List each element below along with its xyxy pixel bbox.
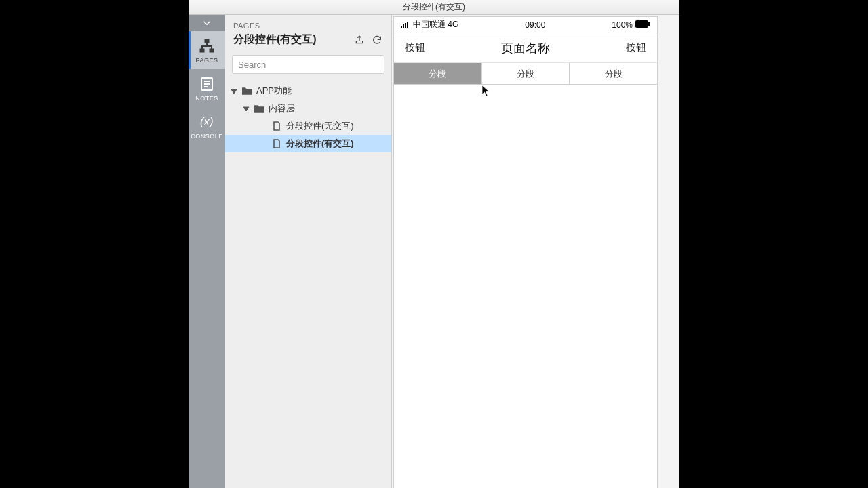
caret-icon <box>243 104 251 113</box>
rail-collapse-toggle[interactable] <box>189 15 225 31</box>
tree-label: 内容层 <box>269 102 295 115</box>
folder-icon <box>254 103 264 114</box>
search-wrap <box>225 51 391 79</box>
svg-rect-14 <box>635 20 648 28</box>
tree-page-interact[interactable]: 分段控件(有交互) <box>225 135 391 152</box>
tree-label: 分段控件(无交互) <box>286 120 354 132</box>
nav-right-button[interactable]: 按钮 <box>626 41 646 54</box>
rail-item-label: PAGES <box>196 57 218 64</box>
svg-rect-12 <box>405 23 406 28</box>
nav-title: 页面名称 <box>501 40 550 56</box>
signal-icon <box>401 20 410 30</box>
chevron-down-icon <box>201 17 213 29</box>
tree-label: 分段控件(有交互) <box>286 138 354 150</box>
nav-bar: 按钮 页面名称 按钮 <box>394 33 657 63</box>
device-frame: 中国联通 4G 09:00 100% 按钮 页面名称 按钮 <box>393 16 658 488</box>
refresh-button[interactable] <box>371 34 383 46</box>
segment-2[interactable]: 分段 <box>482 63 570 84</box>
svg-rect-11 <box>403 24 404 28</box>
tree-label: APP功能 <box>256 85 292 97</box>
segmented-control: 分段 分段 分段 <box>394 63 657 85</box>
page-tree: APP功能 内容层 分段控件(无交互) 分段控件(有交互) <box>225 79 391 488</box>
svg-rect-2 <box>210 49 214 52</box>
rail-item-pages[interactable]: PAGES <box>189 31 225 69</box>
share-button[interactable] <box>353 34 366 46</box>
segment-3[interactable]: 分段 <box>570 63 657 84</box>
rail-item-label: NOTES <box>195 95 218 102</box>
app-window: 分段控件(有交互) PAGES <box>189 0 679 488</box>
main-area: PAGES NOTES (x) CONSOLE PA <box>189 15 679 488</box>
share-icon <box>354 35 365 45</box>
current-page-title: 分段控件(有交互) <box>233 33 317 47</box>
rail-item-console[interactable]: (x) CONSOLE <box>189 107 225 145</box>
left-rail: PAGES NOTES (x) CONSOLE <box>189 15 225 488</box>
svg-rect-10 <box>401 26 402 28</box>
status-bar: 中国联通 4G 09:00 100% <box>394 17 657 33</box>
window-title: 分段控件(有交互) <box>403 1 465 13</box>
svg-rect-13 <box>407 22 408 28</box>
segment-1[interactable]: 分段 <box>394 63 482 84</box>
tree-page-nointeract[interactable]: 分段控件(无交互) <box>225 117 391 135</box>
panel-section-label: PAGES <box>233 22 383 30</box>
nav-left-button[interactable]: 按钮 <box>405 41 425 54</box>
svg-marker-9 <box>243 107 249 111</box>
caret-spacer <box>260 122 269 130</box>
rail-item-notes[interactable]: NOTES <box>189 69 225 107</box>
folder-icon <box>241 85 252 96</box>
caret-spacer <box>260 140 269 148</box>
rail-item-label: CONSOLE <box>191 133 223 140</box>
cursor-icon <box>481 85 491 97</box>
notes-icon <box>199 76 215 92</box>
panel-header: PAGES 分段控件(有交互) <box>225 15 391 51</box>
clock-label: 09:00 <box>525 20 545 30</box>
battery-label: 100% <box>612 20 633 30</box>
tree-folder-app[interactable]: APP功能 <box>225 82 391 100</box>
preview-canvas: 中国联通 4G 09:00 100% 按钮 页面名称 按钮 <box>392 15 679 488</box>
variable-icon: (x) <box>199 114 215 130</box>
caret-icon <box>231 87 239 95</box>
page-icon <box>271 138 282 149</box>
panel-tools <box>353 34 383 46</box>
svg-marker-8 <box>231 89 237 94</box>
svg-rect-1 <box>200 49 204 52</box>
battery-icon <box>635 20 650 30</box>
svg-text:(x): (x) <box>200 116 214 127</box>
sitemap-icon <box>199 38 215 54</box>
search-input[interactable] <box>232 55 384 74</box>
svg-rect-0 <box>205 39 209 43</box>
svg-rect-15 <box>648 22 650 26</box>
page-icon <box>271 121 282 131</box>
window-titlebar: 分段控件(有交互) <box>189 0 679 15</box>
tree-folder-content[interactable]: 内容层 <box>225 100 391 117</box>
carrier-label: 中国联通 4G <box>413 19 458 30</box>
pages-panel: PAGES 分段控件(有交互) <box>225 15 392 488</box>
refresh-icon <box>372 35 382 45</box>
